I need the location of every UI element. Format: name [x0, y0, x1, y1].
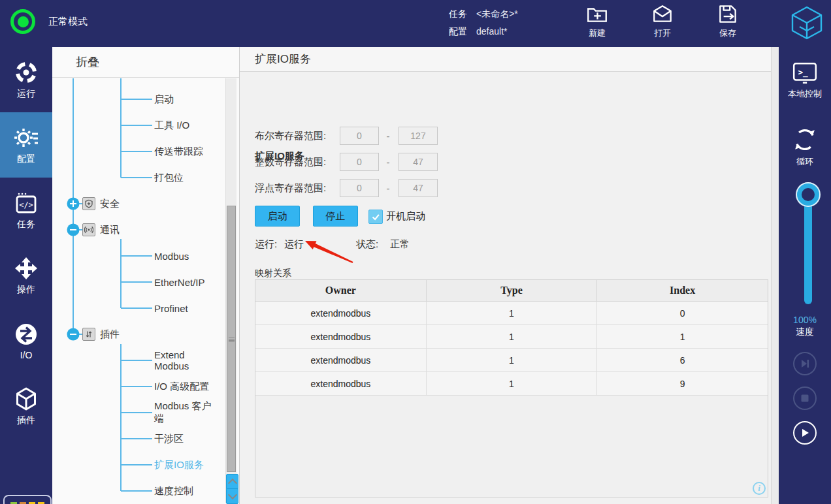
tree-group-plugin[interactable]: 插件: [52, 321, 219, 347]
stop-square-icon: [800, 394, 809, 403]
tree-item-extend-modbus[interactable]: Extend Modbus: [52, 347, 219, 373]
task-name: <未命名>*: [476, 8, 518, 19]
col-header-owner: Owner: [255, 280, 426, 302]
mapping-table-container: Owner Type Index extendmodbus10 extendmo…: [255, 279, 768, 497]
run-value: 运行: [284, 238, 304, 251]
speed-percent: 100%: [779, 315, 831, 325]
skip-next-icon: [800, 358, 810, 369]
config-tree-panel: 折叠 启动 工具 I/O 传送带跟踪 打包位: [52, 47, 240, 504]
corner-brand-logo: [3, 495, 52, 504]
red-arrow-annotation: [302, 235, 362, 269]
tree-item-tool-io[interactable]: 工具 I/O: [52, 112, 219, 138]
task-label: 任务: [449, 8, 467, 19]
speed-slider-track[interactable]: [804, 197, 812, 304]
play-button[interactable]: [793, 421, 817, 445]
start-button[interactable]: 启动: [255, 206, 300, 227]
svg-text:</>: </>: [19, 200, 33, 210]
scroll-down-button[interactable]: [226, 488, 238, 504]
open-button[interactable]: 打开: [640, 3, 685, 39]
new-button[interactable]: 新建: [575, 3, 619, 39]
tree-item-extended-io-service[interactable]: 扩展IO服务: [52, 452, 219, 478]
play-icon: [800, 428, 810, 438]
tree-collapse-header[interactable]: 折叠: [52, 47, 239, 78]
left-sidebar: 运行 配置 </> 任务 操作 I/O 插件: [0, 47, 52, 504]
float-register-range-row: 浮点寄存器范围: -: [255, 179, 438, 197]
config-name: default*: [476, 26, 507, 37]
chevron-up-icon: [227, 479, 236, 488]
int-range-from-input[interactable]: [340, 153, 379, 171]
loop-button[interactable]: 循环: [779, 125, 831, 168]
int-range-to-input[interactable]: [399, 153, 438, 171]
save-button[interactable]: 保存: [706, 3, 750, 39]
tree-item-interference-zone[interactable]: 干涉区: [52, 426, 219, 452]
autostart-label: 开机启动: [386, 210, 425, 223]
table-row[interactable]: extendmodbus10: [255, 302, 768, 325]
tree-item-modbus[interactable]: Modbus: [52, 243, 219, 269]
speed-slider-handle[interactable]: [797, 183, 819, 206]
nav-item-task[interactable]: </> 任务: [0, 178, 52, 243]
open-file-icon: [651, 3, 674, 26]
chevron-down-icon: [227, 490, 236, 499]
stop-playback-button[interactable]: [793, 386, 817, 410]
save-disk-icon: [716, 3, 740, 26]
cube-logo-icon: [789, 5, 824, 40]
run-icon: [13, 59, 39, 86]
table-row[interactable]: extendmodbus19: [255, 372, 768, 396]
check-icon: [370, 212, 381, 222]
nav-item-io[interactable]: I/O: [0, 308, 52, 373]
float-range-to-input[interactable]: [399, 179, 438, 197]
bool-register-range-row: 布尔寄存器范围: -: [255, 127, 438, 145]
cube-icon: [13, 386, 39, 412]
page-title: 扩展IO服务: [255, 52, 311, 67]
nav-item-move[interactable]: 操作: [0, 243, 52, 308]
svg-text:>_: >_: [798, 67, 809, 78]
speed-readout: 100% 速度: [779, 315, 831, 338]
stop-button[interactable]: 停止: [313, 206, 358, 227]
int-register-range-row: 整数寄存器范围: -: [255, 153, 438, 171]
session-info: 任务<未命名>* 配置default*: [449, 5, 518, 40]
tree-item-pack-position[interactable]: 打包位: [52, 165, 219, 191]
scrollbar-thumb[interactable]: [227, 206, 236, 472]
local-control-button[interactable]: >_ 本地控制: [779, 60, 831, 100]
nav-item-run[interactable]: 运行: [0, 47, 52, 112]
topbar: 正常模式 任务<未命名>* 配置default* 新建 打开 保存: [0, 0, 831, 47]
step-button[interactable]: [793, 352, 817, 375]
tree-item-speed-control[interactable]: 速度控制: [52, 478, 219, 504]
main-panel: 扩展IO服务 扩展IO服务 布尔寄存器范围: - 整数寄存器范围: - 浮点寄存…: [240, 47, 771, 504]
panel-gap: [771, 47, 779, 504]
tree-item-conveyor-tracking[interactable]: 传送带跟踪: [52, 138, 219, 165]
content-header: 扩展IO服务: [240, 47, 771, 72]
config-label: 配置: [449, 26, 467, 37]
tree-item-startup[interactable]: 启动: [52, 86, 219, 112]
col-header-index: Index: [597, 280, 768, 302]
tree-item-ethernet-ip[interactable]: EtherNet/IP: [52, 269, 219, 295]
info-icon[interactable]: i: [753, 482, 766, 495]
tree-item-modbus-client[interactable]: Modbus 客户端: [52, 400, 219, 426]
nav-item-plugin[interactable]: 插件: [0, 373, 52, 439]
tree-group-safety[interactable]: 安全: [52, 191, 219, 217]
state-value: 正常: [390, 238, 410, 251]
table-row[interactable]: extendmodbus16: [255, 349, 768, 372]
mode-status: 正常模式: [10, 9, 88, 34]
new-folder-icon: [585, 3, 609, 26]
nav-item-config[interactable]: 配置: [0, 112, 52, 178]
table-row[interactable]: extendmodbus11: [255, 325, 768, 349]
bool-range-from-input[interactable]: [340, 127, 379, 145]
speed-label: 速度: [779, 326, 831, 338]
tree-group-communication[interactable]: 通讯: [52, 217, 219, 243]
mapping-label: 映射关系: [255, 268, 291, 279]
gear-icon: [13, 125, 39, 151]
mode-label: 正常模式: [48, 16, 88, 28]
autostart-checkbox[interactable]: [368, 210, 383, 224]
tree-scrollbar[interactable]: [225, 78, 236, 503]
tree-item-profinet[interactable]: Profinet: [52, 295, 219, 321]
terminal-icon: >_: [791, 60, 819, 86]
antenna-icon: [82, 223, 95, 236]
float-range-from-input[interactable]: [340, 179, 379, 197]
tree-item-io-advanced[interactable]: I/O 高级配置: [52, 373, 219, 400]
brand-logo: [789, 5, 824, 43]
bool-range-to-input[interactable]: [399, 127, 438, 145]
io-swap-icon: [13, 321, 39, 347]
scroll-up-button[interactable]: [226, 474, 238, 490]
shield-icon: [82, 197, 95, 210]
